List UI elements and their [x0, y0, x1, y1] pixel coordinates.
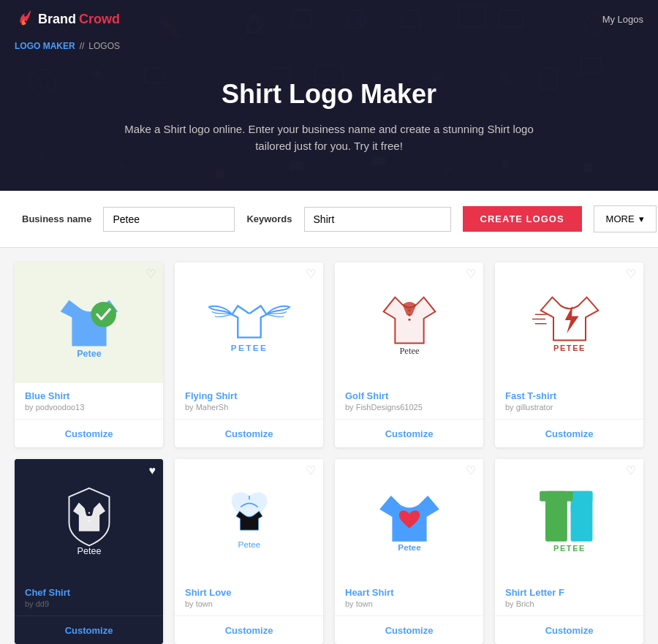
logo-icon — [15, 9, 35, 29]
favorite-button-heart-shirt[interactable]: ♡ — [466, 465, 476, 477]
card-preview-flying-shirt: ♡ PETEE — [175, 262, 323, 383]
card-author-heart-shirt: by town — [345, 599, 473, 608]
create-logos-button[interactable]: CREATE LOGOS — [463, 206, 582, 232]
svg-text:PETEE: PETEE — [553, 343, 586, 352]
card-info-fast-tshirt: Fast T-shirt by gillustrator — [495, 383, 643, 414]
breadcrumb: LOGO MAKER // LOGOS — [0, 38, 658, 57]
hero-description: Make a Shirt logo online. Enter your bus… — [110, 121, 548, 154]
card-preview-shirt-love: ♡ Petee — [175, 459, 323, 580]
svg-text:PETEE: PETEE — [230, 342, 267, 352]
card-customize-heart-shirt: Customize — [335, 615, 483, 644]
logo-card-flying-shirt: ♡ PETEE Flying Shirt by MaherSh Customiz… — [175, 262, 323, 447]
business-label: Business name — [22, 213, 91, 224]
favorite-button-fast-tshirt[interactable]: ♡ — [626, 268, 636, 280]
crowd-text: Crowd — [79, 12, 120, 27]
logo-card-blue-shirt: ♡ Petee Blue Shirt by podvoodoo13 Custom… — [15, 262, 163, 447]
header-top: BrandCrowd My Logos — [0, 0, 658, 38]
card-preview-blue-shirt: ♡ Petee — [15, 262, 163, 383]
svg-text:Petee: Petee — [77, 348, 102, 358]
customize-link-shirt-letter-f[interactable]: Customize — [545, 625, 594, 636]
card-customize-chef-shirt: Customize — [15, 615, 163, 644]
svg-rect-49 — [570, 490, 592, 501]
card-author-chef-shirt: by dd9 — [25, 599, 153, 608]
customize-link-blue-shirt[interactable]: Customize — [65, 428, 113, 439]
keywords-label: Keywords — [246, 213, 292, 224]
card-info-chef-shirt: Chef Shirt by dd9 — [15, 580, 163, 611]
search-bar: Business name Keywords CREATE LOGOS MORE… — [0, 191, 658, 248]
card-customize-shirt-letter-f: Customize — [495, 615, 643, 644]
hero-title: Shirt Logo Maker — [15, 79, 643, 110]
hero-section: Shirt Logo Maker Make a Shirt logo onlin… — [0, 57, 658, 191]
card-customize-fast-tshirt: Customize — [495, 419, 643, 447]
card-author-golf-shirt: by FishDesigns61025 — [345, 403, 473, 412]
card-customize-golf-shirt: Customize — [335, 419, 483, 447]
customize-link-shirt-love[interactable]: Customize — [225, 625, 273, 636]
card-info-flying-shirt: Flying Shirt by MaherSh — [175, 383, 323, 414]
customize-link-flying-shirt[interactable]: Customize — [225, 428, 273, 439]
svg-text:Petee: Petee — [77, 546, 101, 556]
customize-link-fast-tshirt[interactable]: Customize — [545, 428, 594, 439]
keywords-input[interactable] — [304, 207, 451, 232]
card-preview-fast-tshirt: ♡ PETEE — [495, 262, 643, 383]
logo-card-golf-shirt: ♡ Petee Golf Shirt by FishDesigns61025 C… — [335, 262, 483, 447]
card-preview-shirt-letter-f: ♡ PETEE — [495, 459, 643, 580]
logo-card-shirt-love: ♡ Petee Shirt Love by town Customize — [175, 459, 323, 644]
card-preview-golf-shirt: ♡ Petee — [335, 262, 483, 383]
favorite-button-blue-shirt[interactable]: ♡ — [145, 268, 156, 280]
card-name-heart-shirt: Heart Shirt — [345, 587, 473, 598]
more-label: MORE — [606, 213, 635, 224]
svg-point-30 — [91, 301, 116, 327]
card-info-heart-shirt: Heart Shirt by town — [335, 580, 483, 611]
card-author-fast-tshirt: by gillustrator — [505, 403, 633, 412]
card-info-shirt-love: Shirt Love by town — [175, 580, 323, 611]
svg-point-42 — [88, 515, 89, 517]
favorite-button-shirt-love[interactable]: ♡ — [306, 465, 316, 477]
card-preview-chef-shirt: ♥ Petee — [15, 459, 163, 580]
business-input[interactable] — [103, 207, 235, 232]
card-info-blue-shirt: Blue Shirt by podvoodoo13 — [15, 383, 163, 414]
svg-text:Petee: Petee — [398, 542, 421, 552]
svg-rect-51 — [540, 490, 573, 501]
customize-link-chef-shirt[interactable]: Customize — [65, 625, 113, 636]
favorite-button-shirt-letter-f[interactable]: ♡ — [626, 465, 636, 477]
card-name-fast-tshirt: Fast T-shirt — [505, 390, 633, 401]
card-preview-heart-shirt: ♡ Petee — [335, 459, 483, 580]
logo-grid: ♡ Petee Blue Shirt by podvoodoo13 Custom… — [0, 248, 658, 644]
breadcrumb-separator: // — [80, 41, 85, 51]
svg-rect-50 — [570, 504, 588, 512]
more-button[interactable]: MORE ▾ — [594, 205, 657, 232]
breadcrumb-current: LOGOS — [88, 41, 120, 51]
card-name-flying-shirt: Flying Shirt — [185, 390, 313, 401]
logo-card-fast-tshirt: ♡ PETEE Fast T-shirt by gillustrator Cus… — [495, 262, 643, 447]
card-author-shirt-letter-f: by Brich — [505, 599, 633, 608]
card-customize-shirt-love: Customize — [175, 615, 323, 644]
logo[interactable]: BrandCrowd — [15, 9, 120, 29]
card-name-golf-shirt: Golf Shirt — [345, 390, 473, 401]
card-author-blue-shirt: by podvoodoo13 — [25, 403, 153, 412]
card-info-golf-shirt: Golf Shirt by FishDesigns61025 — [335, 383, 483, 414]
header: ✏️ 👤 🎧 ✈ ✉ 🗑 🎧 ✈ 📋 📖 📖 ✉ 🗑 📋 📱 — [0, 0, 658, 191]
card-author-flying-shirt: by MaherSh — [185, 403, 313, 412]
svg-text:PETEE: PETEE — [553, 544, 586, 553]
card-name-chef-shirt: Chef Shirt — [25, 587, 153, 598]
card-author-shirt-love: by town — [185, 599, 313, 608]
logo-card-shirt-letter-f: ♡ PETEE Shirt Letter F by Brich Customiz… — [495, 459, 643, 644]
favorite-button-flying-shirt[interactable]: ♡ — [306, 268, 316, 280]
brand-text: Brand — [38, 12, 76, 27]
svg-point-41 — [88, 512, 89, 513]
card-customize-blue-shirt: Customize — [15, 419, 163, 447]
favorite-button-chef-shirt[interactable]: ♥ — [149, 465, 156, 477]
my-logos-link[interactable]: My Logos — [602, 14, 643, 25]
favorite-button-golf-shirt[interactable]: ♡ — [466, 268, 476, 280]
customize-link-heart-shirt[interactable]: Customize — [385, 625, 434, 636]
card-name-blue-shirt: Blue Shirt — [25, 390, 153, 401]
customize-link-golf-shirt[interactable]: Customize — [385, 428, 434, 439]
logo-card-heart-shirt: ♡ Petee Heart Shirt by town Customize — [335, 459, 483, 644]
svg-text:Petee: Petee — [238, 539, 260, 548]
card-name-shirt-love: Shirt Love — [185, 587, 313, 598]
card-customize-flying-shirt: Customize — [175, 419, 323, 447]
breadcrumb-home[interactable]: LOGO MAKER — [15, 41, 75, 51]
card-info-shirt-letter-f: Shirt Letter F by Brich — [495, 580, 643, 611]
logo-card-chef-shirt: ♥ Petee Chef Shirt by dd9 Customize — [15, 459, 163, 644]
svg-text:Petee: Petee — [399, 346, 420, 356]
